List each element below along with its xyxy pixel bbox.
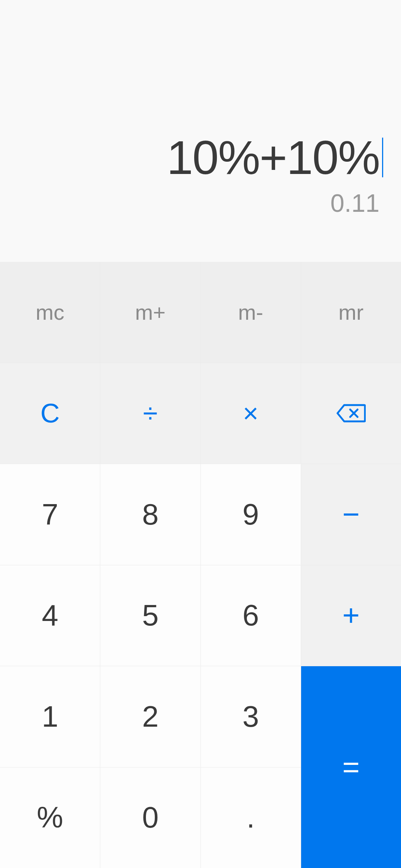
backspace-button[interactable] — [301, 363, 401, 464]
minus-button[interactable]: − — [301, 464, 401, 565]
memory-minus-button[interactable]: m- — [201, 262, 301, 363]
memory-plus-button[interactable]: m+ — [100, 262, 200, 363]
memory-clear-button[interactable]: mc — [0, 262, 100, 363]
keypad: mc m+ m- mr C ÷ × 7 8 9 − 4 5 6 + 1 2 3 … — [0, 262, 401, 868]
plus-button[interactable]: + — [301, 565, 401, 666]
digit-7-button[interactable]: 7 — [0, 464, 100, 565]
backspace-icon — [336, 404, 366, 423]
clear-button[interactable]: C — [0, 363, 100, 464]
digit-6-button[interactable]: 6 — [201, 565, 301, 666]
digit-4-button[interactable]: 4 — [0, 565, 100, 666]
digit-0-button[interactable]: 0 — [100, 767, 200, 868]
digit-8-button[interactable]: 8 — [100, 464, 200, 565]
memory-recall-button[interactable]: mr — [301, 262, 401, 363]
digit-9-button[interactable]: 9 — [201, 464, 301, 565]
result-text: 0.11 — [330, 188, 382, 217]
expression-text[interactable]: 10%+10% — [167, 130, 382, 185]
percent-button[interactable]: % — [0, 767, 100, 868]
digit-5-button[interactable]: 5 — [100, 565, 200, 666]
equals-button[interactable]: = — [301, 666, 401, 868]
digit-1-button[interactable]: 1 — [0, 666, 100, 767]
divide-button[interactable]: ÷ — [100, 363, 200, 464]
digit-2-button[interactable]: 2 — [100, 666, 200, 767]
decimal-button[interactable]: . — [201, 767, 301, 868]
digit-3-button[interactable]: 3 — [201, 666, 301, 767]
calculator-display: 10%+10% 0.11 — [0, 0, 401, 262]
multiply-button[interactable]: × — [201, 363, 301, 464]
